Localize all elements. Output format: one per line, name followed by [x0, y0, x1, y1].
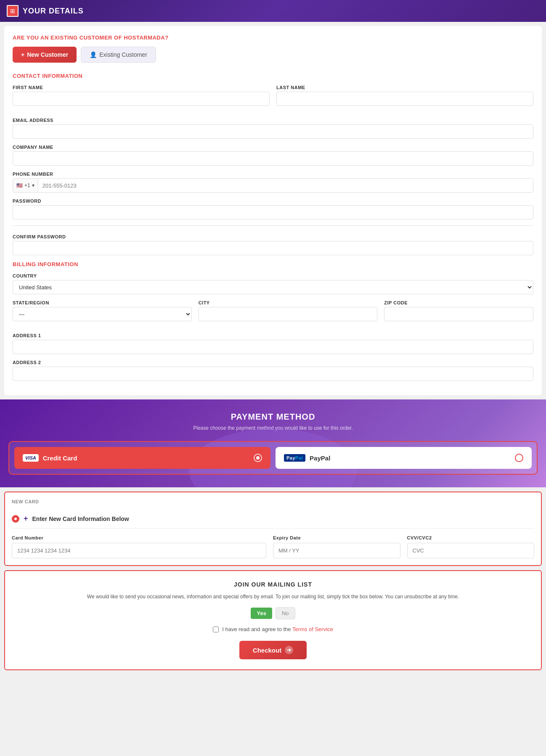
contact-section-title: CONTACT INFORMATION [13, 73, 533, 79]
email-input[interactable] [13, 124, 533, 139]
page-title: YOUR DETAILS [23, 7, 84, 16]
tos-text: I have read and agree to the Terms of Se… [222, 626, 333, 632]
city-label: CITY [199, 300, 378, 305]
password-divider [13, 225, 533, 226]
plus-icon: + [24, 514, 28, 523]
card-number-group: Card Number [12, 535, 266, 558]
email-group: EMAIL ADDRESS [13, 118, 533, 139]
payment-title: PAYMENT METHOD [8, 412, 538, 422]
company-label: COMPANY NAME [13, 145, 533, 150]
address1-label: ADDRESS 1 [13, 333, 533, 338]
flag-emoji: 🇺🇸 [16, 182, 23, 188]
name-row: FIRST NAME LAST NAME [13, 85, 533, 112]
confirm-password-label: CONFIRM PASSWORD [13, 234, 533, 239]
payment-options-wrapper: VISA Credit Card PayPal PayPal [8, 441, 538, 475]
country-select[interactable]: United States Canada United Kingdom Aust… [13, 280, 533, 294]
tos-link[interactable]: Terms of Service [292, 626, 333, 632]
credit-card-option[interactable]: VISA Credit Card [14, 447, 270, 469]
header-icon: ⊞ [7, 5, 19, 17]
new-customer-icon: + [21, 51, 24, 58]
new-customer-label: New Customer [27, 51, 68, 58]
enter-card-radio[interactable] [12, 515, 19, 523]
state-label: STATE/REGION [13, 300, 192, 305]
address1-group: ADDRESS 1 [13, 333, 533, 354]
card-fields-row: Card Number Expiry Date CVV/CVC2 [12, 535, 534, 558]
phone-label: PHONE NUMBER [13, 172, 533, 177]
paypal-radio[interactable] [515, 454, 523, 462]
email-label: EMAIL ADDRESS [13, 118, 533, 123]
mailing-yes-button[interactable]: Yes [251, 608, 272, 619]
last-name-label: LAST NAME [276, 85, 533, 90]
cvv-input[interactable] [407, 543, 535, 558]
paypal-label: PayPal [310, 455, 330, 462]
enter-card-row[interactable]: + Enter New Card Information Below [12, 509, 534, 529]
existing-customer-icon: 👤 [90, 51, 97, 58]
phone-input[interactable] [38, 179, 533, 192]
mailing-title: JOIN OUR MAILING LIST [15, 581, 531, 588]
mailing-section: JOIN OUR MAILING LIST We would like to s… [4, 570, 542, 670]
first-name-group: FIRST NAME [13, 85, 270, 106]
expiry-label: Expiry Date [273, 535, 400, 540]
state-city-zip-row: STATE/REGION — CITY ZIP CODE [13, 300, 533, 327]
existing-customer-label: Existing Customer [99, 51, 147, 58]
state-select[interactable]: — [13, 307, 192, 321]
first-name-label: FIRST NAME [13, 85, 270, 90]
phone-flag[interactable]: 🇺🇸 +1 ▾ [13, 179, 38, 192]
last-name-group: LAST NAME [276, 85, 533, 106]
card-number-input[interactable] [12, 543, 266, 558]
phone-wrapper: 🇺🇸 +1 ▾ [13, 178, 533, 193]
zip-label: ZIP CODE [384, 300, 533, 305]
checkout-button-wrapper: Checkout ➔ [15, 641, 531, 659]
cvv-group: CVV/CVC2 [407, 535, 535, 558]
credit-card-left: VISA Credit Card [23, 454, 77, 462]
company-group: COMPANY NAME [13, 145, 533, 166]
first-name-input[interactable] [13, 92, 270, 106]
password-group: PASSWORD [13, 198, 533, 219]
payment-section: PAYMENT METHOD Please choose the payment… [0, 399, 546, 487]
new-customer-button[interactable]: + New Customer [13, 47, 77, 63]
checkout-arrow-icon: ➔ [285, 646, 293, 654]
address1-input[interactable] [13, 340, 533, 354]
mailing-no-button[interactable]: No [276, 607, 295, 619]
credit-card-radio[interactable] [254, 454, 262, 462]
cvv-label: CVV/CVC2 [407, 535, 535, 540]
last-name-input[interactable] [276, 92, 533, 106]
paypal-option[interactable]: PayPal PayPal [276, 447, 532, 469]
card-number-label: Card Number [12, 535, 266, 540]
customer-question: ARE YOU AN EXISTING CUSTOMER OF HOSTARMA… [13, 34, 533, 41]
visa-badge: VISA [23, 454, 39, 462]
payment-subtitle: Please choose the payment method you wou… [8, 425, 538, 431]
tos-row: I have read and agree to the Terms of Se… [15, 626, 531, 632]
paypal-left: PayPal PayPal [284, 454, 330, 462]
existing-customer-button[interactable]: 👤 Existing Customer [81, 47, 156, 63]
tos-checkbox[interactable] [213, 626, 219, 632]
confirm-password-input[interactable] [13, 241, 533, 255]
country-group: COUNTRY United States Canada United King… [13, 273, 533, 294]
address2-group: ADDRESS 2 [13, 360, 533, 381]
address2-input[interactable] [13, 367, 533, 381]
company-input[interactable] [13, 151, 533, 166]
country-label: COUNTRY [13, 273, 533, 278]
tos-prefix: I have read and agree to the [222, 626, 291, 632]
enter-card-text: Enter New Card Information Below [32, 515, 129, 522]
zip-group: ZIP CODE [384, 300, 533, 321]
customer-toggle-group: + New Customer 👤 Existing Customer [13, 47, 533, 63]
city-input[interactable] [199, 307, 378, 321]
password-label: PASSWORD [13, 198, 533, 204]
expiry-input[interactable] [273, 543, 400, 558]
password-input[interactable] [13, 205, 533, 219]
mailing-toggle-row: Yes No [15, 607, 531, 619]
checkout-button[interactable]: Checkout ➔ [239, 641, 307, 659]
zip-input[interactable] [384, 307, 533, 321]
mailing-description: We would like to send you occasional new… [15, 593, 531, 600]
paypal-logo: PayPal [284, 454, 305, 462]
new-card-section: NEW CARD + Enter New Card Information Be… [4, 492, 542, 566]
city-group: CITY [199, 300, 378, 321]
address2-label: ADDRESS 2 [13, 360, 533, 365]
state-group: STATE/REGION — [13, 300, 192, 321]
credit-card-label: Credit Card [43, 455, 77, 462]
phone-dropdown-icon: ▾ [32, 182, 34, 188]
confirm-password-group: CONFIRM PASSWORD [13, 234, 533, 255]
page-header: ⊞ YOUR DETAILS [0, 0, 546, 22]
new-card-title: NEW CARD [12, 499, 534, 504]
